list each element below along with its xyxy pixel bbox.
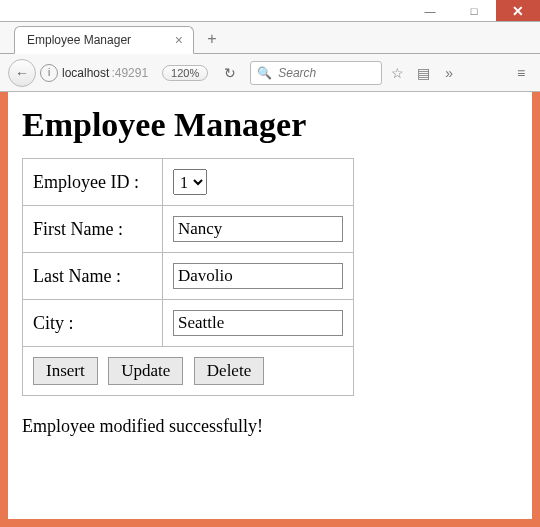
back-arrow-icon: ← (15, 65, 29, 81)
update-button[interactable]: Update (108, 357, 183, 385)
tab-close-icon[interactable]: × (175, 32, 183, 48)
navigation-toolbar: ← i localhost:49291 120% ↻ 🔍 ☆ ▤ » ≡ (0, 54, 540, 92)
reload-button[interactable]: ↻ (220, 65, 240, 81)
page-content: Employee Manager Employee ID : 1 First N… (0, 92, 540, 527)
table-row: Last Name : (23, 253, 354, 300)
employee-form-table: Employee ID : 1 First Name : Last Name : (22, 158, 354, 396)
site-info-icon[interactable]: i (40, 64, 58, 82)
tab-strip: Employee Manager × + (0, 22, 540, 54)
bookmark-star-icon[interactable]: ☆ (386, 65, 408, 81)
last-name-input[interactable] (173, 263, 343, 289)
label-last-name: Last Name : (23, 253, 163, 300)
first-name-input[interactable] (173, 216, 343, 242)
library-icon[interactable]: ▤ (412, 65, 434, 81)
label-first-name: First Name : (23, 206, 163, 253)
address-bar[interactable]: localhost:49291 (62, 66, 148, 80)
search-input[interactable] (276, 65, 375, 81)
hamburger-menu-icon[interactable]: ≡ (510, 65, 532, 81)
table-row: Employee ID : 1 (23, 159, 354, 206)
browser-tab[interactable]: Employee Manager × (14, 26, 194, 54)
table-row: Insert Update Delete (23, 347, 354, 396)
status-message: Employee modified successfully! (22, 416, 518, 437)
new-tab-button[interactable]: + (200, 27, 224, 51)
label-city: City : (23, 300, 163, 347)
zoom-indicator[interactable]: 120% (162, 65, 208, 81)
back-button[interactable]: ← (8, 59, 36, 87)
window-minimize-button[interactable]: — (408, 0, 452, 21)
url-host: localhost (62, 66, 109, 80)
delete-button[interactable]: Delete (194, 357, 264, 385)
search-icon: 🔍 (257, 66, 272, 80)
window-maximize-button[interactable]: □ (452, 0, 496, 21)
url-port: :49291 (111, 66, 148, 80)
page-title: Employee Manager (22, 106, 518, 144)
city-input[interactable] (173, 310, 343, 336)
window-titlebar: — □ ✕ (0, 0, 540, 22)
employee-id-select[interactable]: 1 (173, 169, 207, 195)
insert-button[interactable]: Insert (33, 357, 98, 385)
search-box[interactable]: 🔍 (250, 61, 382, 85)
window-close-button[interactable]: ✕ (496, 0, 540, 21)
table-row: City : (23, 300, 354, 347)
tab-title: Employee Manager (27, 33, 131, 47)
reload-icon: ↻ (224, 65, 236, 81)
table-row: First Name : (23, 206, 354, 253)
label-employee-id: Employee ID : (23, 159, 163, 206)
overflow-icon[interactable]: » (438, 65, 460, 81)
